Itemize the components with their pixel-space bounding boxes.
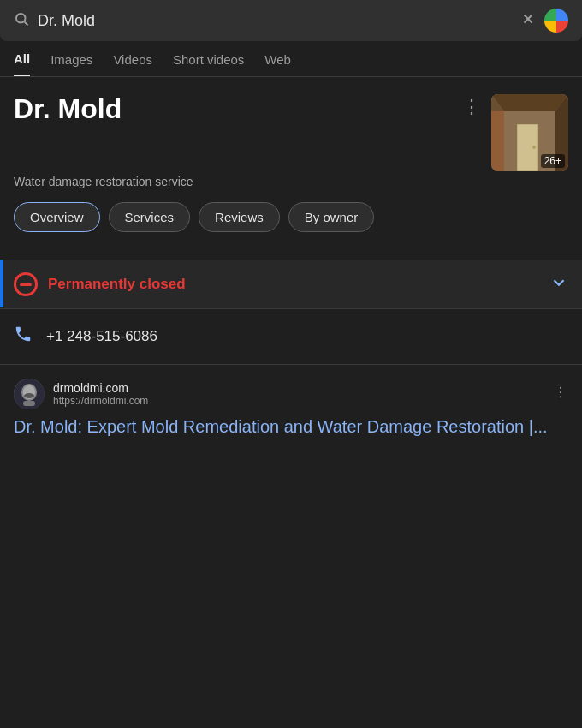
pill-overview[interactable]: Overview <box>14 202 100 232</box>
business-name: Dr. Mold <box>14 94 122 124</box>
search-icon <box>14 11 29 31</box>
no-entry-icon <box>14 272 38 296</box>
photo-count-badge: 26+ <box>541 154 565 168</box>
phone-number[interactable]: +1 248-515-6086 <box>46 328 157 345</box>
business-more-button[interactable]: ⋮ <box>459 94 484 120</box>
pills-row: Overview Services Reviews By owner <box>14 202 568 232</box>
pill-by-owner[interactable]: By owner <box>288 202 375 232</box>
svg-point-0 <box>16 14 26 23</box>
tab-short-videos[interactable]: Short videos <box>173 52 244 75</box>
web-result-site: drmoldmi.com https://drmoldmi.com <box>14 379 148 409</box>
pill-reviews[interactable]: Reviews <box>199 202 280 232</box>
business-header: Dr. Mold ⋮ <box>14 94 568 171</box>
nav-tabs: All Images Videos Short videos Web <box>0 41 582 77</box>
svg-point-17 <box>24 393 34 398</box>
no-entry-bar <box>20 283 32 286</box>
tab-images[interactable]: Images <box>50 52 92 75</box>
business-header-right: ⋮ <box>459 94 568 171</box>
status-expand-button[interactable] <box>549 273 568 296</box>
svg-rect-18 <box>23 401 35 406</box>
result-title[interactable]: Dr. Mold: Expert Mold Remediation and Wa… <box>14 415 568 439</box>
svg-marker-6 <box>491 94 568 111</box>
result-more-button[interactable] <box>553 385 568 404</box>
status-row: Permanently closed <box>0 260 582 309</box>
tab-videos[interactable]: Videos <box>113 52 152 75</box>
svg-point-12 <box>532 146 536 149</box>
site-avatar-inner <box>14 379 45 409</box>
svg-point-20 <box>560 391 561 392</box>
blue-accent-bar <box>0 260 3 307</box>
web-result-header: drmoldmi.com https://drmoldmi.com <box>14 379 568 409</box>
site-info: drmoldmi.com https://drmoldmi.com <box>53 381 148 407</box>
status-section: Permanently closed <box>0 260 582 309</box>
status-left: Permanently closed <box>14 272 186 296</box>
avatar-svg <box>14 379 45 409</box>
google-icon <box>544 9 568 33</box>
search-bar: Dr. Mold <box>0 0 582 41</box>
phone-row[interactable]: +1 248-515-6086 <box>0 309 582 365</box>
status-text: Permanently closed <box>48 276 186 293</box>
site-domain: drmoldmi.com <box>53 381 148 395</box>
svg-point-21 <box>560 396 561 397</box>
tab-all[interactable]: All <box>14 51 30 76</box>
search-clear-button[interactable] <box>520 11 536 31</box>
business-subtitle: Water damage restoration service <box>14 175 568 188</box>
business-card: Dr. Mold ⋮ <box>0 77 582 260</box>
web-result: drmoldmi.com https://drmoldmi.com Dr. Mo… <box>0 365 582 452</box>
phone-icon <box>14 325 33 349</box>
svg-point-19 <box>560 386 561 388</box>
search-query[interactable]: Dr. Mold <box>38 12 512 30</box>
svg-line-1 <box>24 21 27 25</box>
pill-services[interactable]: Services <box>109 202 191 232</box>
site-url: https://drmoldmi.com <box>53 395 148 407</box>
tab-web[interactable]: Web <box>264 52 291 75</box>
svg-rect-13 <box>491 111 504 171</box>
site-favicon <box>14 379 45 409</box>
business-photo[interactable]: 26+ <box>491 94 568 171</box>
